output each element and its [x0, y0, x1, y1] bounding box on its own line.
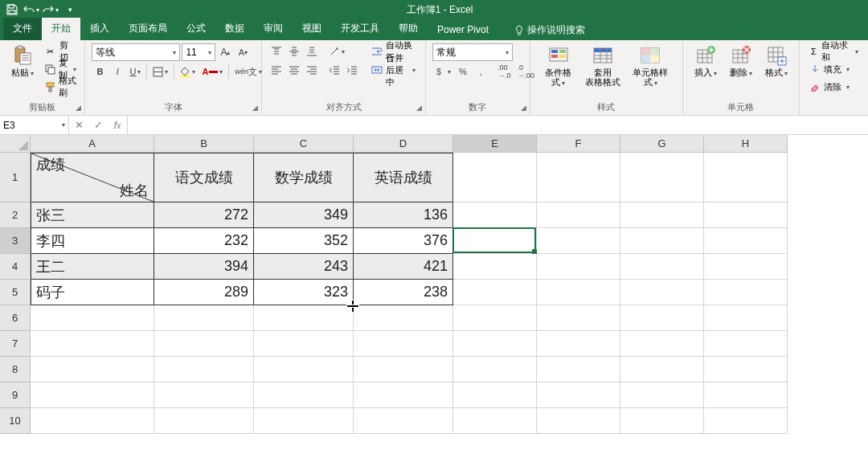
redo-icon[interactable]: ▾ — [42, 2, 59, 18]
underline-button[interactable]: U▾ — [127, 63, 143, 80]
cell-E6[interactable] — [453, 305, 537, 331]
cell-E3[interactable] — [453, 228, 537, 254]
cell-D1[interactable]: 英语成绩 — [354, 153, 453, 202]
align-right-icon[interactable] — [304, 62, 320, 78]
increase-font-icon[interactable]: A▴ — [217, 44, 233, 60]
cell-F6[interactable] — [537, 305, 620, 331]
cell-H4[interactable] — [704, 254, 788, 280]
tab-view[interactable]: 视图 — [293, 18, 331, 40]
cell-E1[interactable] — [453, 153, 537, 202]
column-header-B[interactable]: B — [154, 135, 254, 153]
cell-H10[interactable] — [704, 408, 788, 434]
row-header-5[interactable]: 5 — [0, 280, 31, 305]
number-launcher-icon[interactable]: ◢ — [521, 104, 526, 112]
cell-G5[interactable] — [620, 280, 704, 305]
cell-styles-button[interactable]: 单元格样式▾ — [625, 43, 676, 89]
cell-F8[interactable] — [537, 357, 620, 382]
orientation-icon[interactable]: ▾ — [326, 43, 347, 59]
cell-G9[interactable] — [620, 382, 704, 408]
merge-center-button[interactable]: 合并后居中▾ — [368, 62, 419, 78]
cell-H7[interactable] — [704, 331, 788, 357]
qat-customize-icon[interactable]: ▾ — [61, 2, 79, 18]
formula-input[interactable] — [128, 116, 868, 134]
save-icon[interactable] — [3, 2, 21, 18]
column-header-A[interactable]: A — [31, 135, 154, 153]
cell-H5[interactable] — [704, 280, 788, 305]
tab-insert[interactable]: 插入 — [80, 18, 119, 40]
column-header-G[interactable]: G — [620, 135, 704, 153]
percent-format-icon[interactable]: % — [455, 63, 471, 80]
tab-home[interactable]: 开始 — [42, 18, 80, 40]
font-size-combo[interactable]: 11▾ — [182, 43, 215, 61]
cell-D7[interactable] — [354, 331, 453, 357]
fill-button[interactable]: 填充▾ — [806, 61, 853, 77]
cell-F9[interactable] — [537, 382, 620, 408]
cell-G6[interactable] — [620, 305, 704, 331]
cell-A5[interactable]: 码子 — [31, 280, 154, 305]
format-painter-button[interactable]: 格式刷 — [42, 79, 80, 95]
cell-D6[interactable] — [354, 305, 453, 331]
column-header-H[interactable]: H — [704, 135, 788, 153]
border-button[interactable]: ▾ — [150, 63, 170, 80]
row-header-7[interactable]: 7 — [0, 331, 31, 357]
clear-button[interactable]: 清除▾ — [806, 79, 853, 95]
cell-F7[interactable] — [537, 331, 620, 357]
increase-indent-icon[interactable] — [344, 62, 360, 78]
cell-A4[interactable]: 王二 — [31, 254, 154, 280]
enter-formula-icon[interactable]: ✓ — [88, 119, 108, 131]
tell-me-search[interactable]: 操作说明搜索 — [508, 20, 592, 40]
cell-C8[interactable] — [254, 357, 354, 382]
cell-D3[interactable]: 376 — [354, 228, 453, 254]
cell-D5[interactable]: 238 — [354, 280, 453, 305]
cell-F3[interactable] — [537, 228, 620, 254]
tab-formulas[interactable]: 公式 — [177, 18, 215, 40]
conditional-formatting-button[interactable]: 条件格式▾ — [537, 43, 580, 89]
format-as-table-button[interactable]: 套用 表格格式 — [583, 43, 622, 88]
cell-E10[interactable] — [453, 408, 537, 434]
column-header-F[interactable]: F — [537, 135, 620, 153]
align-middle-icon[interactable] — [286, 43, 302, 59]
cell-C5[interactable]: 323 — [254, 280, 354, 305]
cell-B7[interactable] — [154, 331, 254, 357]
comma-format-icon[interactable]: , — [473, 63, 489, 80]
cell-H9[interactable] — [704, 382, 788, 408]
cell-E9[interactable] — [453, 382, 537, 408]
cell-B5[interactable]: 289 — [154, 280, 254, 305]
cell-G3[interactable] — [620, 228, 704, 254]
cell-H1[interactable] — [704, 153, 788, 202]
cell-H2[interactable] — [704, 202, 788, 228]
cell-B10[interactable] — [154, 408, 254, 434]
delete-cells-button[interactable]: 删除▾ — [725, 43, 757, 80]
cell-G8[interactable] — [620, 357, 704, 382]
font-launcher-icon[interactable]: ◢ — [252, 104, 258, 112]
column-header-D[interactable]: D — [354, 135, 453, 153]
cell-A7[interactable] — [31, 331, 154, 357]
number-format-combo[interactable]: 常规▾ — [432, 43, 513, 61]
tab-page-layout[interactable]: 页面布局 — [119, 18, 177, 40]
cell-E2[interactable] — [453, 202, 537, 228]
cell-E4[interactable] — [453, 254, 537, 280]
insert-cells-button[interactable]: 插入▾ — [690, 43, 722, 80]
cell-G7[interactable] — [620, 331, 704, 357]
cell-B2[interactable]: 272 — [154, 202, 254, 228]
align-top-icon[interactable] — [268, 43, 285, 59]
cell-E5[interactable] — [453, 280, 537, 305]
row-header-6[interactable]: 6 — [0, 305, 31, 331]
tab-help[interactable]: 帮助 — [389, 18, 428, 40]
cell-D8[interactable] — [354, 357, 453, 382]
align-bottom-icon[interactable] — [304, 43, 320, 59]
cell-C3[interactable]: 352 — [254, 228, 354, 254]
cell-G1[interactable] — [620, 153, 704, 202]
name-box[interactable]: E3▾ — [0, 116, 69, 134]
cell-B8[interactable] — [154, 357, 254, 382]
cell-B4[interactable]: 394 — [154, 254, 254, 280]
cell-G10[interactable] — [620, 408, 704, 434]
cell-A1-diagonal-header[interactable]: 成绩姓名 — [31, 153, 154, 202]
cell-F2[interactable] — [537, 202, 620, 228]
cell-C7[interactable] — [254, 331, 354, 357]
font-color-button[interactable]: A▾ — [199, 63, 225, 80]
paste-button[interactable]: 粘贴▾ — [6, 43, 39, 80]
bold-button[interactable]: B — [92, 63, 108, 80]
font-name-combo[interactable]: 等线▾ — [92, 43, 180, 61]
cell-C6[interactable] — [254, 305, 354, 331]
